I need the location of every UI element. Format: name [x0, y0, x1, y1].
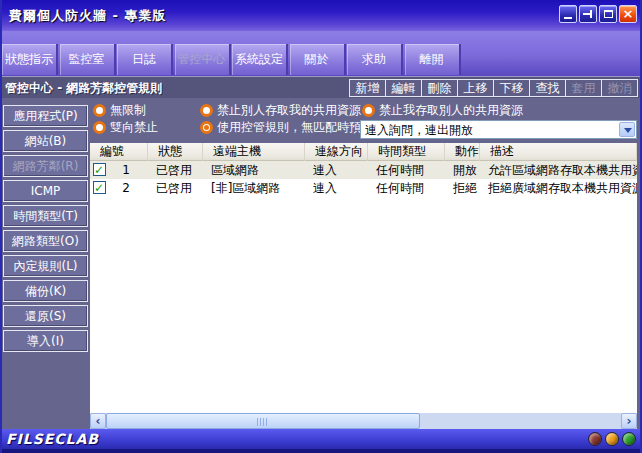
rule-number: 2: [114, 179, 138, 197]
status-leds: [588, 432, 636, 446]
rule-action-buttons: 新增編輯刪除上移下移查找套用撤消: [350, 79, 638, 97]
column-header-0[interactable]: 編號: [90, 143, 148, 161]
column-header-3[interactable]: 連線方向: [305, 143, 368, 161]
row-number-cell: ✓1: [90, 161, 148, 179]
cell-direction: 連入: [305, 161, 368, 179]
toolbar-button-monitor[interactable]: 監控室: [60, 44, 116, 75]
radio-label: 禁止別人存取我的共用資源: [217, 102, 361, 119]
sidebar-item-restore[interactable]: 還原(S): [3, 305, 88, 327]
sidebar-item-default-rules[interactable]: 內定規則(L): [3, 255, 88, 277]
close-button[interactable]: ×: [619, 5, 637, 23]
window-bottom-edge: [0, 449, 642, 453]
scroll-right-arrow-icon[interactable]: ›: [621, 413, 637, 429]
default-action-dropdown[interactable]: 連入詢問，連出開放: [360, 120, 637, 139]
main-toolbar: 狀態指示監控室日誌管控中心系統設定關於求助離開: [0, 31, 642, 76]
table-body: ✓1已啓用區域網路連入任何時間開放允許區域網路存取本機共用資源✓2已啓用[非]區…: [90, 161, 637, 197]
move-up-button[interactable]: 上移: [457, 79, 494, 97]
cell-remote: [非]區域網路: [203, 179, 305, 197]
row-number-cell: ✓2: [90, 179, 148, 197]
window-title: 費爾個人防火牆 - 專業版: [9, 7, 166, 25]
maximize-button[interactable]: [599, 5, 617, 23]
radio-use-control-rules[interactable]: 使用控管規則，無匹配時預設: [200, 120, 373, 134]
column-header-1[interactable]: 狀態: [148, 143, 203, 161]
sidebar-item-icmp[interactable]: ICMP: [3, 180, 88, 202]
column-header-6[interactable]: 描述: [480, 143, 637, 161]
radio-circle-icon: [200, 121, 213, 134]
window-left-edge: [0, 0, 2, 453]
chevron-down-icon[interactable]: [619, 122, 635, 137]
status-bar: FILSECLAB: [0, 429, 642, 449]
cell-desc: 允許區域網路存取本機共用資源: [480, 161, 637, 179]
window-controls: ×: [559, 5, 637, 23]
column-header-2[interactable]: 遠端主機: [203, 143, 305, 161]
toolbar-button-control-center[interactable]: 管控中心: [175, 44, 231, 75]
checkmark-icon: ✓: [94, 161, 104, 179]
chevron-glyph: [624, 128, 632, 133]
radio-circle-icon: [93, 104, 106, 117]
radio-label: 使用控管規則，無匹配時預設: [217, 119, 373, 136]
cell-status: 已啓用: [148, 161, 203, 179]
hide-to-tray-button[interactable]: [579, 5, 597, 23]
app-window: 費爾個人防火牆 - 專業版 × 狀態指示監控室日誌管控中心系統設定關於求助離開 …: [0, 0, 642, 453]
rules-table: 編號狀態遠端主機連線方向時間類型動作描述 ✓1已啓用區域網路連入任何時間開放允許…: [90, 143, 637, 413]
toolbar-button-about[interactable]: 關於: [290, 44, 346, 75]
toolbar-button-exit[interactable]: 離開: [405, 44, 461, 75]
sidebar-item-websites[interactable]: 網站(B): [3, 130, 88, 152]
column-header-4[interactable]: 時間類型: [368, 143, 445, 161]
cell-status: 已啓用: [148, 179, 203, 197]
toolbar-button-status[interactable]: 狀態指示: [2, 44, 58, 75]
radio-block-both[interactable]: 雙向禁止: [93, 120, 158, 134]
undo-button: 撤消: [601, 79, 638, 97]
radio-block-others-access-mine[interactable]: 禁止別人存取我的共用資源: [200, 103, 361, 117]
sidebar-item-network-types[interactable]: 網路類型(O): [3, 230, 88, 252]
radio-label: 雙向禁止: [110, 119, 158, 136]
add-button[interactable]: 新增: [349, 79, 386, 97]
rule-row[interactable]: ✓2已啓用[非]區域網路連入任何時間拒絕拒絕廣域網存取本機共用資源: [90, 179, 637, 197]
tray-icon: [583, 13, 590, 15]
radio-circle-icon: [362, 104, 375, 117]
find-button[interactable]: 查找: [529, 79, 566, 97]
minimize-button[interactable]: [559, 5, 577, 23]
radio-block-my-access-others[interactable]: 禁止我存取別人的共用資源: [362, 103, 523, 117]
edit-button[interactable]: 編輯: [385, 79, 422, 97]
toolbar-button-help[interactable]: 求助: [347, 44, 403, 75]
scrollbar-thumb[interactable]: [106, 413, 420, 429]
sidebar-item-network-neighborhood[interactable]: 網路芳鄰(R): [3, 155, 88, 177]
column-header-5[interactable]: 動作: [445, 143, 480, 161]
radio-no-limit[interactable]: 無限制: [93, 103, 146, 117]
rule-number: 1: [114, 161, 138, 179]
sidebar-item-backup[interactable]: 備份(K): [3, 280, 88, 302]
cell-desc: 拒絕廣域網存取本機共用資源: [480, 179, 637, 197]
cell-time: 任何時間: [368, 179, 445, 197]
cell-action: 開放: [445, 161, 480, 179]
sidebar-item-applications[interactable]: 應用程式(P): [3, 105, 88, 127]
table-header-row: 編號狀態遠端主機連線方向時間類型動作描述: [90, 143, 637, 161]
content-area: 應用程式(P)網站(B)網路芳鄰(R)ICMP時間類型(T)網路類型(O)內定規…: [0, 98, 642, 429]
cell-direction: 連入: [305, 179, 368, 197]
section-header: 管控中心 - 網路芳鄰控管規則 新增編輯刪除上移下移查找套用撤消: [0, 76, 642, 98]
scroll-left-arrow-icon[interactable]: ‹: [90, 413, 106, 429]
radio-circle-icon: [200, 104, 213, 117]
minimize-icon: [564, 17, 572, 19]
sidebar-item-time-types[interactable]: 時間類型(T): [3, 205, 88, 227]
radio-label: 無限制: [110, 102, 146, 119]
rule-enabled-checkbox[interactable]: ✓: [93, 181, 106, 194]
sidebar-item-import[interactable]: 導入(I): [3, 330, 88, 352]
radio-label: 禁止我存取別人的共用資源: [379, 102, 523, 119]
move-down-button[interactable]: 下移: [493, 79, 530, 97]
led-orange-icon: [605, 432, 619, 446]
section-title: 管控中心 - 網路芳鄰控管規則: [5, 77, 162, 99]
dropdown-value: 連入詢問，連出開放: [365, 122, 473, 138]
rule-enabled-checkbox[interactable]: ✓: [93, 163, 106, 176]
checkmark-icon: ✓: [94, 179, 104, 197]
toolbar-button-log[interactable]: 日誌: [117, 44, 173, 75]
led-red-icon: [588, 432, 602, 446]
rule-row[interactable]: ✓1已啓用區域網路連入任何時間開放允許區域網路存取本機共用資源: [90, 161, 637, 179]
cell-action: 拒絕: [445, 179, 480, 197]
radio-circle-icon: [93, 121, 106, 134]
scrollbar-grip-icon: [257, 418, 268, 426]
delete-button[interactable]: 刪除: [421, 79, 458, 97]
horizontal-scrollbar[interactable]: ‹ ›: [90, 413, 637, 429]
led-green-icon: [622, 432, 636, 446]
toolbar-button-settings[interactable]: 系統設定: [232, 44, 288, 75]
